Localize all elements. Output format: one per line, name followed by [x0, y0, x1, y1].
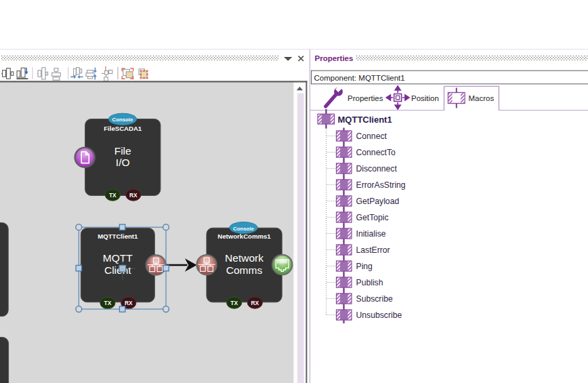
svg-text:Initialise: Initialise: [356, 229, 386, 239]
svg-text:RX: RX: [129, 192, 138, 199]
svg-text:I/O: I/O: [116, 157, 130, 168]
svg-text:Connect: Connect: [356, 132, 387, 141]
svg-text:Position: Position: [411, 94, 439, 102]
svg-text:FileSCADA1: FileSCADA1: [104, 125, 142, 132]
svg-text:Disconnect: Disconnect: [356, 164, 398, 174]
svg-text:NetworkComms1: NetworkComms1: [217, 233, 271, 240]
svg-text:Unsubscribe: Unsubscribe: [356, 310, 402, 320]
svg-text:TX: TX: [104, 300, 112, 306]
svg-text:Subscribe: Subscribe: [356, 294, 393, 304]
svg-text:MQTTClient1: MQTTClient1: [338, 115, 392, 125]
svg-text:Component: MQTTClient1: Component: MQTTClient1: [314, 74, 405, 82]
svg-text:TX: TX: [230, 300, 238, 306]
svg-text:Properties: Properties: [348, 94, 383, 102]
svg-text:Comms: Comms: [226, 264, 263, 276]
svg-text:Console: Console: [233, 226, 254, 232]
svg-text:MQTTClient1: MQTTClient1: [98, 233, 138, 240]
svg-text:ConnectTo: ConnectTo: [356, 148, 396, 157]
svg-text:RX: RX: [251, 300, 259, 306]
svg-text:Macros: Macros: [469, 94, 495, 102]
svg-text:MQTT: MQTT: [103, 252, 133, 264]
svg-text:Ping: Ping: [356, 262, 373, 271]
svg-text:TX: TX: [109, 192, 117, 199]
svg-text:ErrorAsString: ErrorAsString: [356, 180, 406, 190]
svg-text:Publish: Publish: [356, 278, 383, 287]
svg-text:LastError: LastError: [356, 245, 390, 255]
svg-text:Console: Console: [112, 117, 133, 123]
svg-text:Network: Network: [225, 252, 264, 264]
svg-text:Properties: Properties: [315, 54, 354, 62]
svg-text:RX: RX: [125, 300, 133, 306]
svg-text:GetTopic: GetTopic: [356, 213, 389, 222]
svg-text:File: File: [114, 145, 131, 157]
svg-text:Client: Client: [104, 264, 131, 276]
svg-text:GetPayload: GetPayload: [356, 197, 400, 206]
